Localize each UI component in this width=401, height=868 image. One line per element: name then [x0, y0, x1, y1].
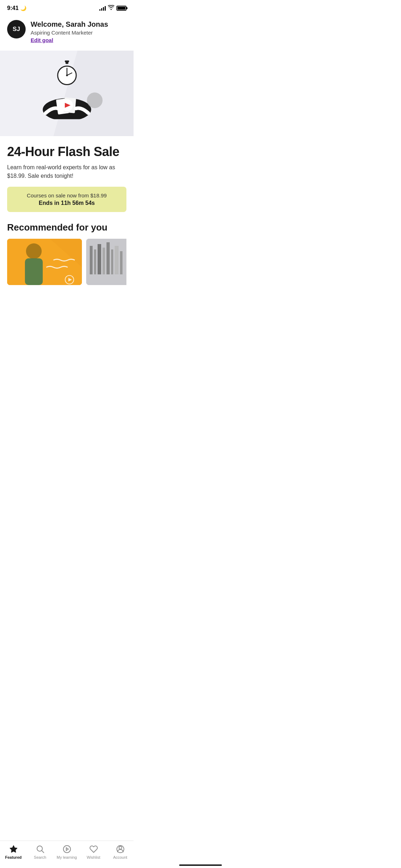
course-image-2	[86, 239, 126, 285]
svg-rect-20	[98, 244, 101, 274]
sale-title: 24-Hour Flash Sale	[7, 145, 126, 159]
svg-rect-24	[115, 246, 119, 274]
sale-banner-text: Courses on sale now from $18.99	[14, 192, 119, 198]
svg-rect-14	[25, 258, 43, 285]
course-card-2[interactable]	[86, 239, 126, 285]
svg-rect-18	[90, 246, 93, 274]
svg-rect-25	[120, 251, 123, 274]
profile-info: Welcome, Sarah Jonas Aspiring Content Ma…	[31, 20, 126, 43]
svg-point-13	[26, 243, 42, 259]
edit-goal-link[interactable]: Edit goal	[31, 37, 53, 43]
status-time: 9:41	[7, 5, 19, 11]
sale-section: 24-Hour Flash Sale Learn from real-world…	[0, 136, 134, 180]
sale-countdown: Ends in 11h 56m 54s	[14, 200, 119, 206]
course-thumb-1	[7, 239, 82, 285]
svg-point-5	[66, 74, 68, 76]
course-image-1	[7, 239, 82, 285]
signal-icon	[99, 6, 106, 11]
stopwatch-icon	[55, 61, 79, 86]
svg-rect-1	[65, 61, 69, 62]
course-thumb-2	[86, 239, 126, 285]
avatar: SJ	[7, 20, 26, 38]
recommended-title: Recommended for you	[7, 222, 126, 233]
sale-description: Learn from real-world experts for as low…	[7, 163, 126, 180]
svg-rect-19	[94, 249, 96, 274]
hero-banner	[0, 51, 134, 136]
course-card-1[interactable]	[7, 239, 82, 285]
moon-icon: 🌙	[20, 5, 26, 11]
status-bar: 9:41 🌙	[0, 0, 134, 14]
wifi-icon	[108, 5, 114, 11]
status-icons	[99, 5, 126, 11]
books-illustration	[38, 89, 95, 119]
svg-rect-23	[111, 249, 113, 274]
battery-icon	[116, 6, 126, 11]
recommended-section: Recommended for you	[0, 212, 134, 291]
svg-rect-21	[103, 248, 105, 274]
goal-text: Aspiring Content Marketer	[31, 30, 126, 36]
profile-section: SJ Welcome, Sarah Jonas Aspiring Content…	[0, 14, 134, 51]
gray-circle	[87, 93, 103, 108]
sale-banner[interactable]: Courses on sale now from $18.99 Ends in …	[7, 187, 126, 212]
svg-rect-22	[106, 242, 110, 274]
courses-row	[7, 239, 126, 285]
welcome-text: Welcome, Sarah Jonas	[31, 20, 126, 29]
hero-illustration	[38, 61, 95, 119]
